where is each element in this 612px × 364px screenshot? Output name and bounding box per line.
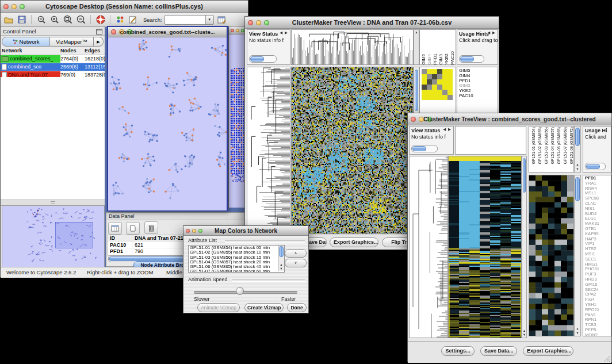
zoom-in-icon[interactable] [49,14,60,25]
tabs-overflow-button[interactable]: ▶ [94,37,104,47]
column-label: GPL51-06 (GSM865) [556,127,562,164]
matrix-cell [427,95,432,100]
resize-grip[interactable] [605,356,610,362]
save-icon[interactable] [16,14,27,25]
tv2-view-status-panel: View StatusNo status info f ◀ ▶ [409,126,454,155]
attribute-browser-icon[interactable] [216,14,227,25]
network-row[interactable]: combined_sco2569(6)13112(15) [1,63,105,71]
attribute-list-vscrollbar[interactable]: ▲ ▼ [278,246,284,271]
matrix-cell [427,85,432,90]
save-data-button[interactable]: Save Data... [480,346,517,356]
plugins-icon[interactable] [114,14,125,25]
animation-speed-slider[interactable] [194,291,297,294]
float-panel-icon[interactable] [96,28,102,37]
tv2-collabels-vscrollbar[interactable]: ▲ ▼ [574,126,581,173]
control-panel-empty-area [1,77,105,200]
matrix-cell [427,69,432,74]
slower-label: Slower [194,296,210,302]
desktop: { "main_window": { "title": "Cytoscape D… [0,0,612,364]
scroll-arrows[interactable]: ◀ ▶ [280,30,288,62]
tv2-gene-list-panel: PFD1YRA1RNR4MSL1SPC98CLN1NIS1BUD4ELG1MAK… [583,175,611,336]
help-lifebuoy-icon[interactable] [95,14,106,25]
zoom-out-icon[interactable] [36,14,47,25]
column-label: PAC10 [450,51,456,64]
annotation-icon[interactable] [128,14,139,25]
settings-button[interactable]: Settings... [441,346,475,356]
attribute-item[interactable]: GPL51-07 (GSM868) heat shock 60 min [189,269,278,273]
column-label: GPL51-03 (GSM856) [543,127,549,164]
column-label: YKE2 [444,53,450,64]
matrix-cell [422,74,427,79]
matrix-cell [447,85,453,90]
tv2-heatmap-vscrollbar[interactable]: ▲ ▼ [522,156,527,338]
tv2-hints-hscrollbar[interactable] [585,163,606,170]
control-panel-header: Control Panel [1,27,105,36]
network-row[interactable]: combined_scores_2764(0)16218(0) [1,55,105,63]
done-button[interactable]: Done [287,303,307,312]
scroll-down-arrow[interactable]: ▼ [278,267,284,271]
minimize-button[interactable] [236,29,239,32]
scroll-arrows[interactable]: ◀ ▶ [443,127,452,152]
network-table-header: NetworkNodesEdges [1,47,105,55]
matrix-cell [447,74,453,79]
tv2-status-hscrollbar[interactable] [411,145,438,152]
network-canvas[interactable] [108,37,227,210]
tv1-row-dendrogram[interactable] [247,67,290,234]
tv1-column-dendrogram[interactable] [291,29,414,65]
tv2-zoom-heatmap[interactable] [529,175,574,336]
tv1-status-hscrollbar[interactable] [249,55,277,63]
treeview2-title-bar[interactable]: ClusterMaker TreeView : combined_scores_… [408,113,611,125]
move-up-button[interactable]: ∧ [285,249,307,258]
delete-attribute-icon[interactable] [144,221,158,234]
network-window-title: combined_scores_good.txt--cluste... [108,29,227,35]
matrix-cell [447,79,453,85]
tab-vizmapper[interactable]: VizMapper™ [50,37,94,47]
scroll-up-arrow[interactable]: ▲ [575,163,580,167]
zoom-fit-icon[interactable] [62,14,73,25]
animation-speed-label: Animation Speed [188,277,228,282]
main-title-bar[interactable]: Cytoscape Desktop (Session Name: collins… [1,1,248,13]
matrix-cell [432,74,437,79]
export-graphics-button[interactable]: Export Graphics... [330,237,378,247]
tv1-top-scroll-strip[interactable]: ▲ [414,29,419,65]
scroll-down-arrow[interactable]: ▼ [575,167,580,171]
search-dropdown-arrow[interactable]: ▼ [205,16,213,24]
scroll-up-arrow[interactable]: ▲ [522,329,526,333]
export-graphics-button[interactable]: Export Graphics... [523,346,573,356]
dialog-title-bar[interactable]: Map Colors to Network [183,226,308,236]
slider-thumb[interactable] [236,287,244,295]
tv1-view-status-panel: View StatusNo status info f ◀ ▶ [247,29,290,65]
animate-vizmap-button[interactable]: Animate Vizmap [197,303,240,312]
tv2-zoom-vscrollbar[interactable]: ▲ ▼ [574,175,581,336]
tv2-heatmap[interactable] [448,156,522,338]
birdseye-overview-panel[interactable] [2,205,105,267]
matrix-cell [437,69,442,74]
scroll-arrows[interactable]: ◀ ▶ [487,30,496,62]
tab-network[interactable]: Network [2,37,50,47]
open-folder-icon[interactable] [3,14,14,25]
move-down-button[interactable]: ∨ [285,259,307,267]
column-label: GPL51-04 (GSM857) [549,127,556,164]
tv2-row-dendrogram[interactable] [409,156,448,338]
treeview1-title-bar[interactable]: ClusterMaker TreeView : DNA and Tran 07-… [245,17,499,29]
network-window-title-bar[interactable]: combined_scores_good.txt--cluste... [108,27,227,37]
create-vizmap-button[interactable]: Create Vizmap [244,303,284,312]
zoom-selected-icon[interactable] [75,14,86,25]
scroll-up-arrow[interactable]: ▲ [414,30,419,35]
close-button[interactable] [231,29,234,32]
matrix-cell [442,69,447,74]
tv1-hints-hscrollbar[interactable] [459,55,484,63]
tv1-heatmap[interactable] [291,67,414,234]
scroll-up-arrow[interactable]: ▲ [575,327,580,331]
scroll-up-arrow[interactable]: ▲ [278,263,284,267]
select-attributes-icon[interactable] [108,222,122,235]
matrix-cell [422,95,427,100]
new-attribute-icon[interactable] [126,222,140,235]
matrix-cell [442,95,447,100]
matrix-cell [442,74,447,79]
search-input[interactable]: ▼ [165,15,214,25]
column-label: GPL51-08 (GSM872) [568,127,574,164]
scroll-down-arrow[interactable]: ▼ [575,331,580,335]
matrix-cell [422,69,427,74]
scroll-down-arrow[interactable]: ▼ [522,333,526,337]
